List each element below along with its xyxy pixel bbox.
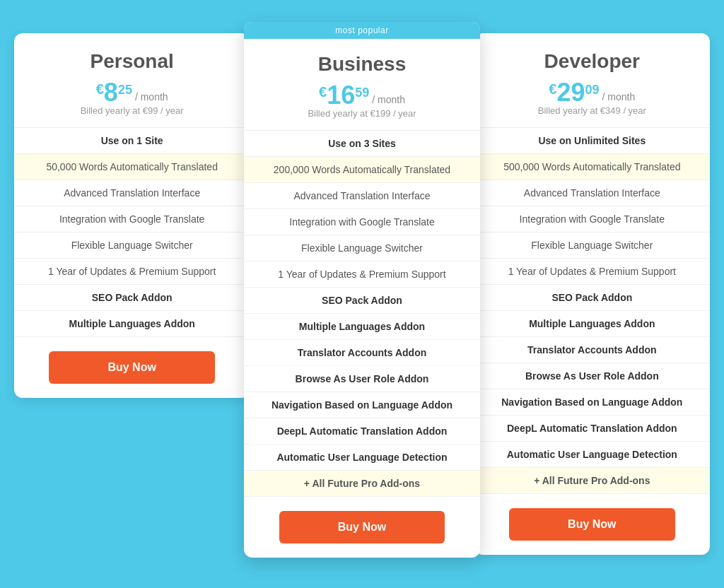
plan-footer-developer: Buy Now: [474, 494, 710, 555]
price-decimal: 59: [355, 86, 369, 100]
feature-item: DeepL Automatic Translation Addon: [474, 416, 710, 442]
feature-item: Use on 3 Sites: [244, 131, 479, 157]
plan-price-developer: € 29 09 / month: [549, 80, 635, 105]
feature-item: 1 Year of Updates & Premium Support: [474, 259, 710, 285]
buy-button-business[interactable]: Buy Now: [279, 511, 445, 543]
feature-item: 200,000 Words Automatically Translated: [244, 157, 479, 183]
feature-item: Advanced Translation Interface: [244, 183, 479, 209]
plan-footer-business: Buy Now: [244, 497, 479, 558]
billed-yearly-business: Billed yearly at €199 / year: [258, 108, 465, 119]
price-main: 16: [327, 83, 355, 108]
feature-item: DeepL Automatic Translation Addon: [244, 418, 479, 445]
plan-header-personal: Personal € 8 25 / month Billed yearly at…: [14, 33, 250, 128]
billed-yearly-developer: Billed yearly at €349 / year: [489, 105, 696, 116]
plan-card-business: most popular Business € 16 59 / month Bi…: [244, 22, 479, 558]
feature-item: Multiple Languages Addon: [474, 311, 710, 337]
feature-item: 500,000 Words Automatically Translated: [474, 154, 710, 180]
currency-symbol: €: [96, 81, 104, 98]
feature-item: Advanced Translation Interface: [14, 180, 250, 206]
feature-item: Integration with Google Translate: [14, 206, 250, 233]
feature-item: Advanced Translation Interface: [474, 180, 710, 206]
plan-price-business: € 16 59 / month: [319, 83, 405, 108]
feature-item: Translator Accounts Addon: [474, 337, 710, 363]
feature-item: Use on 1 Site: [14, 128, 250, 154]
plan-name-developer: Developer: [489, 50, 696, 73]
price-decimal: 09: [585, 83, 600, 98]
price-decimal: 25: [118, 83, 132, 98]
plan-header-business: Business € 16 59 / month Billed yearly a…: [244, 39, 479, 131]
plan-card-developer: Developer € 29 09 / month Billed yearly …: [474, 33, 710, 555]
feature-item: Integration with Google Translate: [244, 209, 479, 235]
feature-item: Integration with Google Translate: [474, 206, 710, 233]
features-list-personal: Use on 1 Site50,000 Words Automatically …: [14, 128, 250, 337]
feature-item: Use on Unlimited Sites: [474, 128, 710, 154]
feature-item: 1 Year of Updates & Premium Support: [14, 259, 250, 285]
feature-item: Multiple Languages Addon: [14, 311, 250, 337]
currency-symbol: €: [549, 81, 556, 98]
buy-button-developer[interactable]: Buy Now: [509, 508, 675, 541]
feature-item: Navigation Based on Language Addon: [244, 392, 479, 418]
most-popular-badge: most popular: [244, 22, 479, 39]
price-main: 8: [104, 80, 118, 105]
feature-item: Multiple Languages Addon: [244, 314, 479, 340]
price-period: / month: [372, 94, 405, 105]
feature-item: SEO Pack Addon: [14, 285, 250, 311]
feature-item: Browse As User Role Addon: [244, 366, 479, 392]
plan-name-personal: Personal: [28, 50, 235, 73]
feature-item: 1 Year of Updates & Premium Support: [244, 261, 479, 288]
feature-item: SEO Pack Addon: [474, 285, 710, 311]
features-list-business: Use on 3 Sites200,000 Words Automaticall…: [244, 131, 479, 497]
feature-item: Browse As User Role Addon: [474, 363, 710, 389]
price-main: 29: [556, 80, 585, 105]
plan-price-personal: € 8 25 / month: [96, 80, 168, 105]
feature-item: Navigation Based on Language Addon: [474, 389, 710, 416]
plan-card-personal: Personal € 8 25 / month Billed yearly at…: [14, 33, 250, 398]
feature-item: Automatic User Language Detection: [474, 442, 710, 468]
feature-item: Flexible Language Switcher: [474, 233, 710, 259]
features-list-developer: Use on Unlimited Sites500,000 Words Auto…: [474, 128, 710, 494]
plan-footer-personal: Buy Now: [14, 337, 250, 398]
plan-name-business: Business: [258, 53, 465, 76]
price-period: / month: [602, 91, 636, 102]
feature-item: Automatic User Language Detection: [244, 445, 479, 471]
feature-item: Flexible Language Switcher: [244, 235, 479, 261]
buy-button-personal[interactable]: Buy Now: [49, 351, 215, 384]
feature-item: 50,000 Words Automatically Translated: [14, 154, 250, 180]
feature-item: Flexible Language Switcher: [14, 233, 250, 259]
pricing-container: Personal € 8 25 / month Billed yearly at…: [14, 33, 710, 555]
feature-item: + All Future Pro Add-ons: [244, 471, 479, 497]
currency-symbol: €: [319, 84, 327, 100]
billed-yearly-personal: Billed yearly at €99 / year: [28, 105, 235, 116]
plan-header-developer: Developer € 29 09 / month Billed yearly …: [474, 33, 710, 128]
price-period: / month: [135, 91, 168, 102]
feature-item: SEO Pack Addon: [244, 288, 479, 314]
feature-item: + All Future Pro Add-ons: [474, 468, 710, 494]
feature-item: Translator Accounts Addon: [244, 340, 479, 366]
